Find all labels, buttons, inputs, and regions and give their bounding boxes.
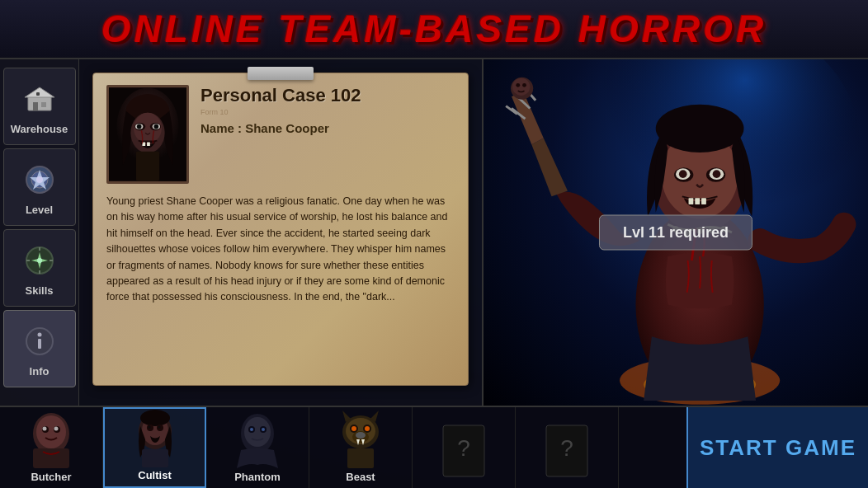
svg-rect-4: [36, 92, 40, 96]
slot5-preview: ?: [413, 420, 515, 481]
skills-icon: [19, 240, 60, 281]
svg-text:?: ?: [457, 435, 470, 461]
case-header: Personal Case 102 Form 10 Name : Shane C…: [106, 85, 455, 184]
beast-label: Beast: [346, 471, 375, 483]
cultist-label: Cultist: [138, 469, 171, 481]
case-faint-text: Form 10: [200, 108, 455, 116]
case-paper: Personal Case 102 Form 10 Name : Shane C…: [92, 73, 469, 386]
skills-label: Skills: [26, 284, 54, 297]
slot6-preview: ?: [516, 420, 618, 481]
svg-point-15: [37, 332, 41, 336]
svg-rect-29: [147, 142, 150, 146]
svg-rect-48: [701, 198, 706, 204]
sidebar-item-level[interactable]: Level: [3, 148, 76, 226]
svg-rect-95: [347, 448, 374, 468]
svg-marker-1: [25, 87, 54, 97]
svg-point-27: [154, 124, 159, 129]
svg-rect-30: [136, 152, 159, 181]
start-game-label: START GAME: [700, 435, 856, 461]
butcher-label: Butcher: [31, 471, 71, 483]
level-label: Level: [26, 204, 53, 216]
svg-point-61: [36, 415, 66, 448]
monster-area: Lvl 11 required: [484, 59, 868, 406]
sidebar-item-warehouse[interactable]: Warehouse: [3, 68, 76, 145]
sidebar-item-info[interactable]: Info: [3, 310, 76, 387]
sidebar-item-skills[interactable]: Skills: [3, 229, 76, 307]
svg-point-81: [250, 428, 253, 431]
case-panel: Personal Case 102 Form 10 Name : Shane C…: [79, 59, 484, 406]
svg-point-58: [516, 83, 520, 87]
case-number: Personal Case 102: [200, 85, 455, 106]
title-bar: ONLINE TEAM-BASED HORROR: [0, 0, 868, 59]
butcher-preview: [0, 407, 102, 469]
case-photo: [106, 85, 189, 184]
beast-preview: [309, 407, 412, 469]
info-label: Info: [30, 365, 50, 378]
svg-point-75: [158, 426, 160, 429]
lvl-required-badge: Lvl 11 required: [599, 215, 752, 251]
svg-point-90: [365, 426, 370, 431]
game-title: ONLINE TEAM-BASED HORROR: [101, 7, 767, 51]
svg-point-78: [244, 417, 271, 447]
char-slot-6[interactable]: ?: [516, 407, 619, 488]
character-slots: Butcher: [0, 407, 686, 488]
svg-point-74: [148, 426, 150, 429]
svg-rect-76: [142, 449, 168, 467]
svg-point-9: [37, 258, 42, 263]
sidebar: Warehouse Level Skills: [0, 59, 79, 406]
case-title-area: Personal Case 102 Form 10 Name : Shane C…: [200, 85, 455, 135]
phantom-label: Phantom: [234, 471, 281, 483]
svg-point-59: [522, 83, 526, 87]
svg-point-65: [54, 426, 59, 430]
svg-point-92: [356, 432, 366, 439]
info-icon: [19, 321, 60, 362]
char-slot-cultist[interactable]: Cultist: [103, 407, 206, 488]
case-body: Young priest Shane Cooper was a religiou…: [106, 194, 455, 306]
svg-point-39: [656, 105, 744, 152]
char-slot-5[interactable]: ?: [413, 407, 516, 488]
svg-rect-47: [695, 198, 700, 204]
svg-point-45: [713, 170, 721, 178]
svg-point-7: [36, 176, 43, 183]
svg-rect-66: [33, 448, 69, 468]
warehouse-icon: [19, 78, 60, 120]
svg-rect-16: [38, 339, 41, 349]
svg-point-64: [43, 426, 47, 430]
svg-rect-3: [41, 102, 46, 107]
svg-point-82: [262, 428, 265, 431]
bottom-bar: Butcher: [0, 406, 868, 488]
svg-text:?: ?: [560, 435, 573, 461]
start-game-button[interactable]: START GAME: [686, 407, 868, 488]
case-name: Name : Shane Cooper: [200, 121, 455, 135]
svg-point-89: [351, 426, 356, 431]
level-icon: [19, 159, 60, 200]
svg-rect-46: [689, 198, 694, 204]
char-slot-butcher[interactable]: Butcher: [0, 407, 103, 488]
svg-point-57: [512, 78, 530, 96]
svg-point-69: [140, 410, 170, 426]
svg-point-44: [679, 170, 687, 178]
cultist-preview: [105, 408, 205, 467]
char-slot-phantom[interactable]: Phantom: [206, 407, 309, 488]
phantom-preview: [206, 407, 309, 469]
warehouse-label: Warehouse: [11, 123, 68, 135]
svg-rect-2: [33, 102, 38, 110]
svg-rect-0: [28, 96, 51, 110]
svg-point-26: [137, 124, 142, 129]
char-slot-beast[interactable]: Beast: [309, 407, 413, 488]
content-area: Personal Case 102 Form 10 Name : Shane C…: [79, 59, 868, 406]
lvl-required-text: Lvl 11 required: [623, 224, 729, 241]
